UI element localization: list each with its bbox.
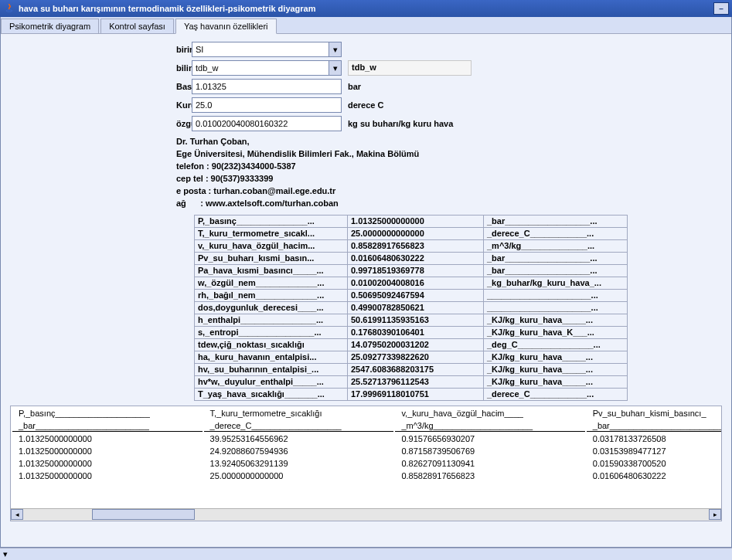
grid-cell: 0.82627091130941 <box>395 458 584 469</box>
grid-cell: 1.01325000000000 <box>12 446 203 456</box>
property-name: Pv_su_buharı_kısmi_basın... <box>195 252 348 264</box>
grid-cell: 0.85828917656823 <box>395 470 584 481</box>
property-row: s,_entropi________________...0.176803901… <box>195 326 628 338</box>
property-name: ha,_kuru_havanın_entalpisi... <box>195 351 348 363</box>
grid-cell: 13.92405063291139 <box>204 458 394 469</box>
property-unit: _KJ/kg_kuru_hava_____... <box>484 314 628 326</box>
property-row: Pa_hava_kısmi_basıncı_____...0.997185193… <box>195 264 628 277</box>
unit-system-select[interactable] <box>192 42 329 57</box>
property-value: 1.01325000000000 <box>348 215 484 227</box>
property-unit: _KJ/kg_kuru_hava_____... <box>484 351 628 363</box>
property-unit: _KJ/kg_kuru_hava_K___... <box>484 326 628 338</box>
property-name: Pa_hava_kısmi_basıncı_____... <box>195 264 348 277</box>
property-value: 25.0000000000000 <box>348 227 484 239</box>
property-row: rh,_bağıl_nem_____________...0.506950924… <box>195 289 628 301</box>
tab-yas-havanin-ozellikleri[interactable]: Yaş havanın özellikleri <box>175 19 277 34</box>
scroll-right-button[interactable]: ▸ <box>709 509 721 520</box>
minimize-button[interactable]: – <box>713 2 729 15</box>
grid-cell: 0.91576656930207 <box>395 433 584 444</box>
grid-header: P,_basınç____________________ <box>12 408 203 419</box>
statusbar: ▾ <box>0 548 732 560</box>
property-row: hv,_su_buharının_entalpisi_...2547.60836… <box>195 363 628 375</box>
author-name: Dr. Turhan Çoban, <box>176 136 722 148</box>
property-row: h_enthalpi________________...50.61991135… <box>195 314 628 326</box>
property-name: rh,_bağıl_nem_____________... <box>195 289 348 301</box>
tab-psikometrik-diyagram[interactable]: Psikometrik diyagram <box>1 19 99 33</box>
property-row: hv*w,_duyulur_enthalpi_____...25.5271379… <box>195 375 628 388</box>
grid-header: Pv_su_buharı_kismi_basıncı_ <box>587 408 722 419</box>
tab-kontrol-sayfasi[interactable]: Kontrol sayfası <box>100 19 174 33</box>
grid-cell: 1.01325000000000 <box>12 458 203 469</box>
property-value: 25.09277339822620 <box>348 351 484 363</box>
tab-content: birim sistemi ▾ bilinen özellikler çifti… <box>1 34 731 547</box>
grid-cell: 1.01325000000000 <box>12 470 203 481</box>
grid-unit-header: _derece_C___________________ <box>204 420 394 432</box>
property-value: 17.99969118010751 <box>348 388 484 400</box>
svg-point-0 <box>6 10 12 12</box>
property-unit: _bar__________________... <box>484 264 628 277</box>
app-frame: Psikometrik diyagram Kontrol sayfası Yaş… <box>0 17 732 548</box>
grid-cell: 0.01590338700520 <box>587 458 722 469</box>
author-cell: cep tel : 90(537)9333399 <box>176 173 722 185</box>
grid-cell: 0.87158739506769 <box>395 446 584 456</box>
property-row: T_yaş_hava_sıcaklığı_______...17.9996911… <box>195 388 628 400</box>
tdb-unit: derece C <box>348 100 383 110</box>
known-pair-dropdown-button[interactable]: ▾ <box>329 60 342 76</box>
property-row: dos,doygunluk_derecesi____...0.499007828… <box>195 301 628 314</box>
author-web: ağ : www.axtelsoft.com/turhan.coban <box>176 198 722 210</box>
property-unit: _m^3/kg______________... <box>484 239 628 252</box>
chevron-down-icon: ▾ <box>333 45 338 55</box>
window-titlebar: hava su buharı karışımının termodinamik … <box>0 0 732 17</box>
tab-bar: Psikometrik diyagram Kontrol sayfası Yaş… <box>1 17 731 34</box>
grid-row: 1.0132500000000013.924050632911390.82627… <box>12 458 722 469</box>
known-pair-select[interactable] <box>192 60 329 76</box>
property-name: hv*w,_duyulur_enthalpi_____... <box>195 375 348 388</box>
statusbar-icon: ▾ <box>3 549 8 559</box>
grid-cell: 0.03178133726508 <box>587 433 722 444</box>
grid-header: v,_kuru_hava_özgül_hacim____ <box>395 408 584 419</box>
property-value: 0.50695092467594 <box>348 289 484 301</box>
property-value: 0.49900782850621 <box>348 301 484 314</box>
property-name: w,_özgül_nem_____________... <box>195 277 348 289</box>
property-unit: ______________________... <box>484 301 628 314</box>
properties-table: P,_basınç_______________... 1.0132500000… <box>194 215 628 401</box>
results-grid: P,_basınç____________________T,_kuru_ter… <box>10 406 722 521</box>
known-pair-display: tdb_w <box>348 60 472 76</box>
grid-unit-header: _m^3/kg_____________________ <box>395 420 584 432</box>
pressure-input[interactable] <box>192 79 342 94</box>
grid-cell: 39.95253164556962 <box>204 433 394 444</box>
grid-row: 1.0132500000000025.00000000000000.858289… <box>12 470 722 481</box>
property-row: P,_basınç_______________... 1.0132500000… <box>195 215 628 227</box>
pressure-unit: bar <box>348 82 361 91</box>
property-name: tdew,çiğ_noktası_sıcaklığı <box>195 338 348 351</box>
property-value: 0.99718519369778 <box>348 264 484 277</box>
unit-system-label: birim sistemi <box>10 45 192 54</box>
horizontal-scrollbar[interactable]: ◂ ▸ <box>11 508 721 521</box>
grid-cell: 0.03153989477127 <box>587 446 722 456</box>
grid-row: 1.0132500000000024.920886075949360.87158… <box>12 446 722 456</box>
property-unit: _kg_buhar/kg_kuru_hava_... <box>484 277 628 289</box>
scroll-thumb[interactable] <box>92 509 195 520</box>
property-name: T,_kuru_termometre_sıcakl... <box>195 227 348 239</box>
w-input[interactable] <box>192 116 342 131</box>
tdb-input[interactable] <box>192 97 342 113</box>
grid-cell: 0.01606480630222 <box>587 470 722 481</box>
grid-cell: 24.92088607594936 <box>204 446 394 456</box>
property-unit: _KJ/kg_kuru_hava_____... <box>484 363 628 375</box>
property-row: Pv_su_buharı_kısmi_basın...0.01606480630… <box>195 252 628 264</box>
java-icon <box>3 2 15 15</box>
property-value: 0.01606480630222 <box>348 252 484 264</box>
property-name: T_yaş_hava_sıcaklığı_______... <box>195 388 348 400</box>
property-name: dos,doygunluk_derecesi____... <box>195 301 348 314</box>
property-value: 0.01002004008016 <box>348 277 484 289</box>
property-unit: _bar__________________... <box>484 252 628 264</box>
property-value: 2547.6083688203175 <box>348 363 484 375</box>
grid-cell: 25.0000000000000 <box>204 470 394 481</box>
author-phone: telefon : 90(232)3434000-5387 <box>176 161 722 173</box>
scroll-left-button[interactable]: ◂ <box>11 509 23 520</box>
property-row: tdew,çiğ_noktası_sıcaklığı14.07950200031… <box>195 338 628 351</box>
author-email: e posta : turhan.coban@mail.ege.edu.tr <box>176 185 722 198</box>
tdb-label: Kuru hava sıcaklığı <box>10 100 192 110</box>
unit-system-dropdown-button[interactable]: ▾ <box>329 42 342 57</box>
pressure-label: Basınç <box>10 82 192 91</box>
